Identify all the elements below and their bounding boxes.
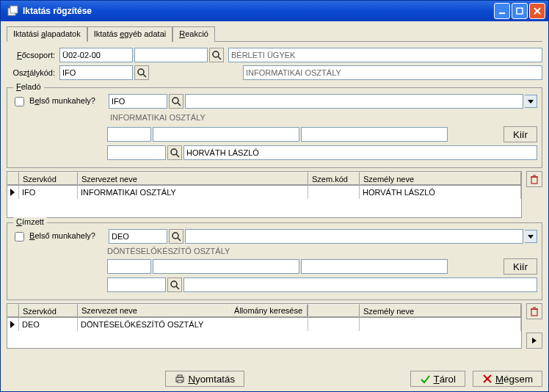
focsoport-label: Főcsoport: [7,51,58,59]
cimzett-col-szervnev[interactable]: Szervezet neve Állomány keresése [78,304,308,317]
svg-point-8 [138,69,144,75]
felado-delete-button[interactable] [526,171,542,187]
felado-belso-label: Belső munkahely? [29,96,95,105]
close-button[interactable] [529,3,545,19]
felado-person-code-input[interactable] [107,145,166,160]
osztalykod-input[interactable] [59,65,133,80]
svg-point-10 [172,98,178,104]
cimzett-person-search-button[interactable] [167,277,182,292]
felado-group: Feladó Belső munkahely? INFORMA [7,87,542,168]
table-row[interactable]: IFO INFORMATIKAI OSZTÁLY HORVÁTH LÁSZLÓ [7,186,521,199]
cimzett-col-szemnev[interactable]: Személy neve [360,304,521,317]
cimzett-col-szemkod[interactable] [308,304,360,317]
allomany-keresese-button[interactable]: Állomány keresése [229,304,308,317]
cimzett-code-input[interactable] [109,229,167,244]
svg-point-13 [171,149,177,155]
felado-field-3[interactable] [301,127,448,142]
svg-marker-28 [532,338,537,344]
svg-line-7 [218,57,221,59]
cimzett-group: Címzett Belső munkahely? DÖNTÉS [7,222,542,300]
cimzett-person-code-input[interactable] [107,277,166,292]
svg-marker-21 [528,235,534,239]
felado-field-2[interactable] [153,127,299,142]
felado-combo-dropdown[interactable] [525,95,537,108]
svg-rect-25 [531,309,537,316]
felado-belso-checkbox[interactable] [15,97,24,106]
svg-marker-12 [528,100,534,104]
felado-grid[interactable]: Szervkód Szervezet neve Szem.kód Személy… [7,171,522,218]
cimzett-field-2[interactable] [153,259,299,274]
felado-code-input[interactable] [109,94,167,109]
svg-marker-15 [10,189,15,196]
cimzett-field-3[interactable] [301,259,448,274]
svg-marker-24 [10,321,15,328]
cimzett-kiir-button[interactable]: Kiír [503,258,537,275]
svg-line-20 [178,238,181,241]
footer-bar: Nyomtatás Tárol Mégsem [1,366,548,391]
check-icon [420,374,430,384]
cimzett-org-display: DÖNTÉSELŐKÉSZÍTŐ OSZTÁLY [107,247,230,255]
felado-col-szemkod[interactable]: Szem.kód [308,172,360,185]
cimzett-grid[interactable]: Szervkód Szervezet neve Állomány keresés… [7,303,522,349]
svg-point-22 [171,281,177,287]
svg-rect-3 [517,8,523,14]
row-indicator-icon [7,318,19,331]
cancel-button[interactable]: Mégsem [473,371,542,387]
felado-col-szervkod[interactable]: Szervkód [19,172,78,185]
tabstrip: Iktatási alapadatok Iktatás egyéb adatai… [7,26,542,42]
svg-line-11 [178,103,181,106]
focsoport-name-field [228,48,542,62]
store-button[interactable]: Tárol [410,371,465,387]
focsoport-code-input[interactable] [59,48,133,62]
cimzett-grid-header: Szervkód Szervezet neve Állomány keresés… [7,304,521,318]
svg-rect-31 [178,380,182,382]
cimzett-delete-button[interactable] [526,303,542,319]
svg-rect-30 [178,375,182,377]
cimzett-combo-input[interactable] [185,229,523,244]
table-row[interactable]: DEO DÖNTÉSELŐKÉSZÍTŐ OSZTÁLY [7,318,521,331]
felado-person-input[interactable] [183,145,537,160]
tab-reakcio[interactable]: Reakció [172,26,215,42]
osztalykod-label: Osztálykód: [7,68,58,77]
cimzett-col-szervkod[interactable]: Szervkód [19,304,78,317]
svg-line-23 [176,286,179,289]
titlebar: Iktatás rögzítése [1,1,548,21]
focsoport-search-button[interactable] [209,48,224,62]
cimzett-belso-checkbox[interactable] [15,232,24,242]
osztalykod-name-field [243,65,542,80]
print-button[interactable]: Nyomtatás [165,371,244,387]
svg-line-9 [143,74,146,77]
svg-line-14 [176,154,179,157]
minimize-button[interactable] [494,3,510,19]
app-window: Iktatás rögzítése Iktatási alapadatok Ik… [0,0,549,392]
felado-col-szervnev[interactable]: Szervezet neve [78,172,308,185]
focsoport-extra-input[interactable] [134,48,208,62]
felado-field-1[interactable] [107,127,151,142]
maximize-button[interactable] [512,3,528,19]
felado-kiir-button[interactable]: Kiír [503,126,537,142]
felado-code-search-button[interactable] [169,94,183,109]
focsoport-row: Főcsoport: [7,48,542,62]
felado-combo-input[interactable] [185,94,523,109]
osztalykod-search-button[interactable] [134,65,149,80]
client-area: Iktatási alapadatok Iktatás egyéb adatai… [1,21,548,366]
osztalykod-row: Osztálykód: [7,65,542,80]
felado-person-search-button[interactable] [167,145,182,160]
cimzett-next-button[interactable] [526,333,542,349]
svg-point-6 [213,51,219,57]
felado-col-szemnev[interactable]: Személy neve [360,172,521,185]
window-buttons [494,3,545,19]
cimzett-belso-label: Belső munkahely? [29,231,95,240]
cimzett-combo-dropdown[interactable] [525,230,537,243]
printer-icon [175,374,185,384]
svg-rect-16 [531,177,537,184]
tab-alapadatok[interactable]: Iktatási alapadatok [7,26,87,42]
cimzett-field-1[interactable] [107,259,151,274]
window-title: Iktatás rögzítése [23,6,494,16]
cimzett-code-search-button[interactable] [169,229,183,244]
svg-rect-1 [10,6,18,13]
cimzett-person-input[interactable] [183,277,537,292]
tab-egyeb[interactable]: Iktatás egyéb adatai [87,26,172,42]
cimzett-legend: Címzett [13,217,47,226]
felado-org-display: INFORMATIKAI OSZTÁLY [107,112,537,123]
